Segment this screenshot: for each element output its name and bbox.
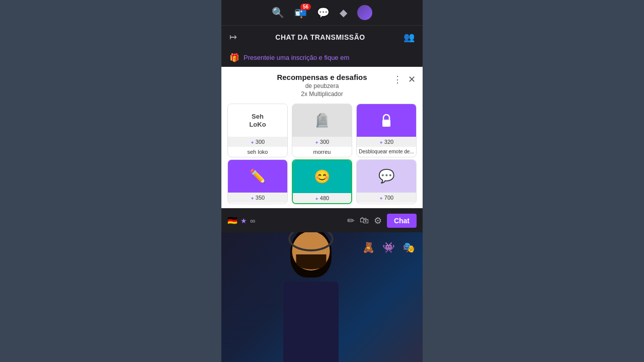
notification-badge: 56	[300, 4, 311, 10]
reward-card-chat[interactable]: 💬 ⬥ 700	[356, 159, 417, 204]
plushie-2: 👾	[380, 237, 397, 257]
avatar[interactable]	[357, 5, 372, 20]
rewards-grid-row1: SehLoKo ⬥ 300 seh loko 🪦 ⬥ 300	[221, 100, 423, 159]
reward-label-morreu: morreu	[312, 147, 332, 157]
reward-card-image-morreu: 🪦	[292, 104, 352, 137]
app-container: 🔍 📬 56 💬 ◆ ↦ CHAT DA TRANSMISSÃO 👥 🎁 Pre…	[221, 0, 423, 362]
reward-cost-value-desbloquear: 320	[384, 139, 393, 145]
rewards-bag-button[interactable]: 🛍	[360, 215, 369, 226]
rewards-title: Recompensas e desafios	[229, 73, 415, 81]
reward-card-image-emote: 😊	[293, 160, 351, 193]
svg-rect-0	[382, 120, 390, 127]
gift-icon: 🎁	[229, 53, 239, 62]
reward-card-seh-loko[interactable]: SehLoKo ⬥ 300 seh loko	[227, 104, 288, 157]
gift-banner-text: Presenteie uma inscrição e fique em	[244, 54, 349, 61]
rewards-panel: Recompensas e desafios de peubzera 2x Mu…	[221, 67, 423, 208]
reward-cost-value-chat: 700	[384, 195, 393, 201]
rewards-actions: ⋮ ✕	[392, 73, 417, 86]
manage-users-icon[interactable]: 👥	[404, 32, 415, 43]
rewards-close-button[interactable]: ✕	[407, 73, 417, 86]
reward-card-image-desbloquear	[357, 104, 416, 137]
streamer-bg: 🧸 👾 🎭	[221, 232, 423, 362]
edit-button[interactable]: ✏	[347, 215, 355, 226]
reward-cost-morreu: ⬥ 300	[292, 137, 352, 147]
plushie-3: 🎭	[400, 237, 418, 257]
reward-cost-emote: ⬥ 480	[293, 193, 351, 203]
rewards-header: Recompensas e desafios de peubzera 2x Mu…	[221, 67, 423, 100]
reward-label-seh-loko: seh loko	[247, 147, 269, 157]
reward-card-desbloquear[interactable]: ⬥ 320 Desbloquear emote de...	[356, 104, 417, 157]
search-icon[interactable]: 🔍	[272, 7, 284, 19]
rewards-subtitle: de peubzera	[229, 82, 415, 89]
reward-cost-chat: ⬥ 700	[357, 193, 416, 203]
rewards-multiplier: 2x Multiplicador	[229, 90, 415, 98]
reward-card-image-seh-loko: SehLoKo	[228, 104, 287, 137]
reward-cost-pencil: ⬥ 350	[228, 193, 287, 203]
streamer-figure	[256, 232, 366, 362]
star-icon: ★	[240, 217, 247, 225]
reward-card-emote[interactable]: 😊 ⬥ 480	[292, 159, 352, 204]
reward-cost-value-morreu: 300	[320, 139, 329, 145]
chat-header-title: CHAT DA TRANSMISSÃO	[237, 33, 404, 41]
right-panel	[423, 0, 644, 362]
lock-icon	[378, 113, 394, 129]
cost-icon-emote: ⬥	[315, 195, 318, 202]
back-icon[interactable]: ↦	[229, 32, 237, 43]
stream-area: 🧸 👾 🎭	[221, 232, 423, 362]
reward-card-image-pencil: ✏️	[228, 160, 287, 193]
rewards-more-button[interactable]: ⋮	[392, 73, 403, 86]
cost-icon-chat: ⬥	[379, 194, 383, 201]
outer-container: 🔍 📬 56 💬 ◆ ↦ CHAT DA TRANSMISSÃO 👥 🎁 Pre…	[0, 0, 644, 362]
flag-icon: 🇩🇪	[227, 216, 237, 225]
rewards-grid-row2: ✏️ ⬥ 350 😊 ⬥ 480	[221, 159, 423, 208]
reward-cost-value-seh-loko: 300	[256, 139, 265, 145]
settings-button[interactable]: ⚙	[374, 215, 382, 226]
reward-card-pencil[interactable]: ✏️ ⬥ 350	[227, 159, 288, 204]
chat-bubble-icon[interactable]: 💬	[317, 7, 330, 19]
cost-icon-pencil: ⬥	[251, 194, 254, 201]
reward-cost-seh-loko: ⬥ 300	[228, 137, 287, 147]
streamer-beard	[296, 254, 326, 269]
top-nav: 🔍 📬 56 💬 ◆	[221, 0, 423, 25]
left-panel	[0, 0, 221, 362]
reward-label-desbloquear: Desbloquear emote de...	[358, 147, 415, 156]
cost-icon-morreu: ⬥	[315, 138, 318, 145]
points-icon[interactable]: ◆	[340, 7, 347, 19]
bottom-toolbar: 🇩🇪 ★ ∞ ✏ 🛍 ⚙ Chat	[221, 208, 423, 232]
streamer-body	[283, 282, 339, 362]
reward-card-morreu[interactable]: 🪦 ⬥ 300 morreu	[292, 104, 352, 157]
toolbar-right: ✏ 🛍 ⚙ Chat	[347, 214, 417, 228]
reward-cost-value-pencil: 350	[256, 195, 265, 201]
gift-banner: 🎁 Presenteie uma inscrição e fique em	[221, 49, 423, 67]
infinity-icon: ∞	[250, 217, 255, 225]
reward-cost-value-emote: 480	[320, 195, 329, 201]
plushies-shelf: 🧸 👾 🎭	[360, 237, 418, 257]
inbox-icon[interactable]: 📬 56	[294, 7, 307, 19]
reward-cost-desbloquear: ⬥ 320	[357, 137, 416, 147]
chat-header: ↦ CHAT DA TRANSMISSÃO 👥	[221, 25, 423, 49]
reward-card-image-chat: 💬	[357, 160, 416, 193]
cost-icon-desbloquear: ⬥	[379, 138, 383, 145]
cost-icon-seh-loko: ⬥	[251, 138, 254, 145]
toolbar-left: 🇩🇪 ★ ∞	[227, 216, 341, 225]
chat-button[interactable]: Chat	[387, 214, 417, 228]
